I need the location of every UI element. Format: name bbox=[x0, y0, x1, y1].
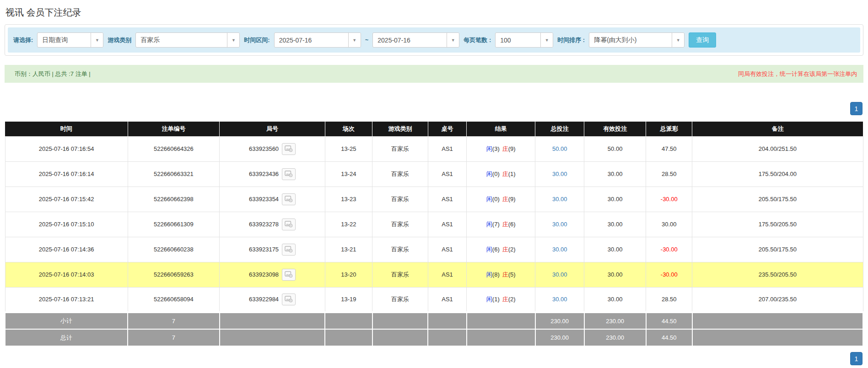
player-result: 闲 bbox=[486, 221, 492, 228]
valid-bet-cell: 30.00 bbox=[584, 187, 646, 212]
total-bet-link[interactable]: 30.00 bbox=[535, 161, 584, 187]
total-bet-link[interactable]: 30.00 bbox=[535, 237, 584, 262]
round-id: 633923278 bbox=[249, 221, 279, 228]
round-id: 633923354 bbox=[249, 196, 279, 203]
column-header-bet-id: 注单编号 bbox=[128, 122, 220, 136]
column-header-result: 结果 bbox=[467, 122, 535, 136]
payout-cell: -30.00 bbox=[646, 187, 692, 212]
game-type-value: 百家乐 bbox=[136, 33, 227, 47]
page-1-button[interactable]: 1 bbox=[850, 352, 863, 365]
video-replay-button[interactable] bbox=[282, 143, 296, 155]
game-type-select[interactable]: 百家乐 ▼ bbox=[135, 32, 240, 48]
video-replay-button[interactable] bbox=[282, 293, 296, 305]
column-header-table-no: 桌号 bbox=[428, 122, 466, 136]
sort-order-label: 时间排序 : bbox=[557, 36, 585, 44]
chevron-down-icon: ▼ bbox=[540, 33, 553, 47]
payout-cell: 47.50 bbox=[646, 136, 692, 161]
game-type-cell: 百家乐 bbox=[372, 287, 428, 312]
session-cell: 13-24 bbox=[325, 161, 372, 187]
banker-score: (5) bbox=[508, 271, 516, 278]
time-cell: 2025-07-16 07:15:42 bbox=[5, 187, 128, 212]
remark-cell: 205.50/175.50 bbox=[692, 237, 863, 262]
round-cell: 633923560 bbox=[220, 136, 325, 161]
table-no-cell: AS1 bbox=[428, 237, 466, 262]
player-result: 闲 bbox=[486, 145, 492, 152]
time-range-label: 时间区间: bbox=[244, 36, 270, 44]
banker-result: 庄 bbox=[502, 145, 508, 152]
column-header-valid-bet: 有效投注 bbox=[584, 122, 646, 136]
date-from-select[interactable]: 2025-07-16 ▼ bbox=[274, 32, 361, 48]
session-cell: 13-22 bbox=[325, 212, 372, 237]
sort-order-value: 降幂(由大到小) bbox=[589, 33, 672, 47]
game-type-cell: 百家乐 bbox=[372, 212, 428, 237]
page-1-button[interactable]: 1 bbox=[850, 102, 863, 115]
film-icon bbox=[285, 296, 293, 303]
page: 视讯 会员下注纪录 请选择: 日期查询 ▼ 游戏类别 百家乐 ▼ 时间区间: 2… bbox=[0, 0, 868, 365]
round-id: 633923175 bbox=[249, 246, 279, 253]
date-range-separator: ~ bbox=[365, 37, 369, 43]
film-icon bbox=[285, 196, 293, 203]
chevron-down-icon: ▼ bbox=[91, 33, 103, 47]
currency-summary-bar: 币别：人民币 | 总共 :7 注单 | 同局有效投注，统一计算在该局第一张注单内 bbox=[5, 65, 863, 83]
remark-cell: 205.50/175.50 bbox=[692, 187, 863, 212]
banker-score: (2) bbox=[508, 296, 516, 303]
valid-bet-cell: 30.00 bbox=[584, 212, 646, 237]
pagination-top: 1 bbox=[5, 102, 863, 115]
bet-id-cell: 522660660238 bbox=[128, 237, 220, 262]
time-cell: 2025-07-16 07:16:54 bbox=[5, 136, 128, 161]
result-cell: 闲(0)庄(9) bbox=[467, 187, 535, 212]
round-id: 633922984 bbox=[249, 296, 279, 303]
page-title: 视讯 会员下注纪录 bbox=[5, 6, 863, 19]
film-icon bbox=[285, 171, 293, 177]
bet-id-cell: 522660664326 bbox=[128, 136, 220, 161]
round-cell: 633923278 bbox=[220, 212, 325, 237]
total-label: 总计 bbox=[5, 329, 128, 346]
round-id: 633923560 bbox=[249, 145, 279, 152]
table-row: 2025-07-16 07:16:54 522660664326 6339235… bbox=[5, 136, 863, 161]
player-score: (8) bbox=[492, 271, 500, 278]
total-bet-link[interactable]: 30.00 bbox=[535, 187, 584, 212]
subtotal-row: 小计 7 230.00 230.00 44.50 bbox=[5, 312, 863, 329]
total-bet-link[interactable]: 50.00 bbox=[535, 136, 584, 161]
video-replay-button[interactable] bbox=[282, 193, 296, 205]
video-replay-button[interactable] bbox=[282, 269, 296, 281]
payout-cell: -30.00 bbox=[646, 237, 692, 262]
total-valid-bet: 230.00 bbox=[584, 329, 646, 346]
filter-panel: 请选择: 日期查询 ▼ 游戏类别 百家乐 ▼ 时间区间: 2025-07-16 … bbox=[5, 24, 863, 56]
chevron-down-icon: ▼ bbox=[348, 33, 361, 47]
player-result: 闲 bbox=[486, 246, 492, 253]
video-replay-button[interactable] bbox=[282, 168, 296, 180]
session-cell: 13-25 bbox=[325, 136, 372, 161]
game-type-cell: 百家乐 bbox=[372, 136, 428, 161]
date-from-value: 2025-07-16 bbox=[275, 33, 348, 47]
result-cell: 闲(8)庄(5) bbox=[467, 262, 535, 287]
banker-result: 庄 bbox=[502, 196, 508, 203]
video-replay-button[interactable] bbox=[282, 244, 296, 256]
column-header-payout: 总派彩 bbox=[646, 122, 692, 136]
total-bet-link[interactable]: 30.00 bbox=[535, 262, 584, 287]
query-type-label: 请选择: bbox=[13, 36, 33, 44]
game-type-cell: 百家乐 bbox=[372, 237, 428, 262]
table-no-cell: AS1 bbox=[428, 262, 466, 287]
round-cell: 633923098 bbox=[220, 262, 325, 287]
total-row: 总计 7 230.00 230.00 44.50 bbox=[5, 329, 863, 346]
total-bet-link[interactable]: 30.00 bbox=[535, 287, 584, 312]
date-to-select[interactable]: 2025-07-16 ▼ bbox=[372, 32, 459, 48]
column-header-session: 场次 bbox=[325, 122, 372, 136]
film-icon bbox=[285, 271, 293, 278]
table-body: 2025-07-16 07:16:54 522660664326 6339235… bbox=[5, 136, 863, 346]
table-no-cell: AS1 bbox=[428, 212, 466, 237]
banker-result: 庄 bbox=[502, 246, 508, 253]
player-score: (1) bbox=[492, 296, 500, 303]
page-size-select[interactable]: 100 ▼ bbox=[495, 32, 553, 48]
total-bet-link[interactable]: 30.00 bbox=[535, 212, 584, 237]
sort-order-select[interactable]: 降幂(由大到小) ▼ bbox=[589, 32, 685, 48]
remark-cell: 207.00/235.50 bbox=[692, 287, 863, 312]
subtotal-total-bet: 230.00 bbox=[535, 312, 584, 329]
result-cell: 闲(3)庄(9) bbox=[467, 136, 535, 161]
chevron-down-icon: ▼ bbox=[672, 33, 684, 47]
search-button[interactable]: 查询 bbox=[689, 32, 716, 48]
query-type-select[interactable]: 日期查询 ▼ bbox=[37, 32, 103, 48]
subtotal-count: 7 bbox=[128, 312, 220, 329]
video-replay-button[interactable] bbox=[282, 219, 296, 230]
